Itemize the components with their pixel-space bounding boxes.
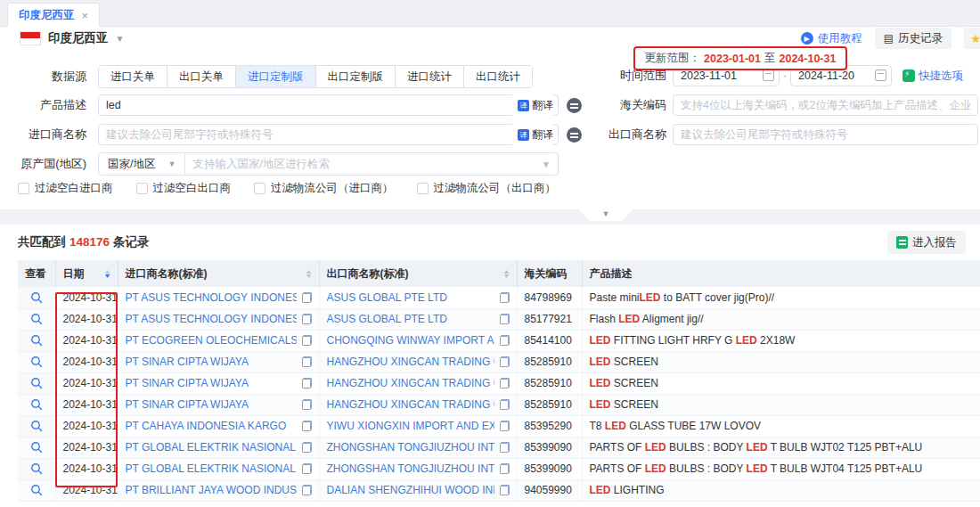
view-detail-button[interactable] xyxy=(18,394,55,415)
column-header[interactable]: 出口商名称(标准)▲▼ xyxy=(319,260,517,287)
collapse-panel-button[interactable]: ▼ xyxy=(579,209,633,221)
view-detail-button[interactable] xyxy=(18,437,55,458)
chevron-down-icon[interactable]: ▼ xyxy=(116,34,125,44)
company-link[interactable]: ASUS GLOBAL PTE LTD xyxy=(327,313,510,325)
column-header[interactable]: 日期▲▼ xyxy=(55,260,118,287)
company-link[interactable]: YIWU XIONGXIN IMPORT AND EXPORT... xyxy=(327,420,510,432)
view-detail-button[interactable] xyxy=(18,372,55,394)
view-detail-button[interactable] xyxy=(18,330,55,351)
copy-icon[interactable] xyxy=(302,378,312,388)
sort-icons[interactable]: ▲▼ xyxy=(503,269,510,278)
copy-icon[interactable] xyxy=(302,335,312,346)
filter-checkbox[interactable]: 过滤物流公司（出口商） xyxy=(417,181,557,196)
country-tab[interactable]: 印度尼西亚 × xyxy=(7,3,100,27)
exporter-input[interactable] xyxy=(673,124,978,145)
copy-icon[interactable] xyxy=(500,399,510,410)
company-link[interactable]: PT SINAR CIPTA WIJAYA xyxy=(126,398,312,411)
data-source-tab[interactable]: 进口定制版 xyxy=(236,66,316,87)
quick-options-icon xyxy=(902,70,915,82)
magnifier-icon xyxy=(30,484,43,496)
copy-icon[interactable] xyxy=(302,442,312,453)
copy-icon[interactable] xyxy=(302,463,312,474)
favorite-button[interactable]: ★ xyxy=(964,28,980,49)
copy-icon[interactable] xyxy=(500,292,510,303)
copy-icon[interactable] xyxy=(500,378,510,388)
copy-icon[interactable] xyxy=(500,463,510,474)
product-desc-cell: T8 LED GLASS TUBE 17W LOVOV xyxy=(582,415,980,437)
view-detail-button[interactable] xyxy=(18,351,55,372)
sort-icons[interactable]: ▲▼ xyxy=(104,269,110,278)
filter-checkbox[interactable]: 过滤空白出口商 xyxy=(136,181,232,196)
company-link[interactable]: HANGZHOU XINGCAN TRADING CO LTD xyxy=(327,398,510,411)
company-link[interactable]: PT GLOBAL ELEKTRIK NASIONAL xyxy=(126,462,312,475)
copy-icon[interactable] xyxy=(302,292,312,303)
filter-checkbox[interactable]: 过滤空白进口商 xyxy=(18,181,113,196)
copy-icon[interactable] xyxy=(500,421,510,431)
company-link[interactable]: DALIAN SHENGZHIHUI WOOD INDUST... xyxy=(327,484,510,496)
view-detail-button[interactable] xyxy=(18,308,55,330)
copy-icon[interactable] xyxy=(302,421,312,431)
translate-button[interactable]: 译 翻译 xyxy=(512,124,553,145)
data-source-tab[interactable]: 进口关单 xyxy=(99,66,167,87)
product-desc-input[interactable] xyxy=(98,94,559,116)
view-detail-button[interactable] xyxy=(18,415,55,437)
company-link[interactable]: PT SINAR CIPTA WIJAYA xyxy=(126,356,312,368)
filter-checkbox[interactable]: 过滤物流公司（进口商） xyxy=(254,181,394,196)
tutorial-link[interactable]: ▶ 使用教程 xyxy=(801,31,862,46)
chevron-down-icon[interactable]: ▼ xyxy=(542,159,558,169)
company-link[interactable]: PT ECOGREEN OLEOCHEMICALS xyxy=(126,334,312,347)
sort-desc-icon[interactable]: ▼ xyxy=(103,274,111,278)
company-link[interactable]: PT BRILLIANT JAYA WOOD INDUSTRY xyxy=(126,484,312,496)
copy-icon[interactable] xyxy=(500,442,510,453)
exporter-cell: CHONGQING WINWAY IMPORT AND E... xyxy=(319,330,517,351)
exclude-filter-icon[interactable] xyxy=(567,98,582,113)
sort-desc-icon[interactable]: ▼ xyxy=(502,274,510,278)
sort-desc-icon[interactable]: ▼ xyxy=(305,274,313,278)
company-link[interactable]: PT CAHAYA INDONESIA KARGO xyxy=(126,420,312,432)
keyword-highlight: LED xyxy=(590,334,611,347)
copy-icon[interactable] xyxy=(500,314,510,324)
quick-options-link[interactable]: 快捷选项 xyxy=(902,69,963,84)
copy-icon[interactable] xyxy=(500,335,510,346)
translate-button[interactable]: 译 翻译 xyxy=(512,94,553,116)
copy-icon[interactable] xyxy=(500,356,510,367)
copy-icon[interactable] xyxy=(302,356,312,367)
close-icon[interactable]: × xyxy=(82,9,89,22)
data-source-tab[interactable]: 出口统计 xyxy=(464,66,532,87)
company-link[interactable]: ZHONGSHAN TONGJIUZHOU INTERNA... xyxy=(327,462,510,475)
company-link[interactable]: CHONGQING WINWAY IMPORT AND E... xyxy=(327,334,510,347)
company-link[interactable]: PT ASUS TECHNOLOGY INDONESIA BA... xyxy=(126,291,312,304)
exclude-filter-icon[interactable] xyxy=(567,127,582,143)
keyword-highlight: LED xyxy=(747,441,768,454)
company-link[interactable]: PT GLOBAL ELEKTRIK NASIONAL xyxy=(126,441,312,454)
view-detail-button[interactable] xyxy=(18,479,55,501)
company-link[interactable]: HANGZHOU XINGCAN TRADING CO LTD xyxy=(327,377,510,389)
company-link[interactable]: HANGZHOU XINGCAN TRADING CO LTD xyxy=(327,356,510,368)
company-link[interactable]: ZHONGSHAN TONGJIUZHOU INTERNA... xyxy=(327,441,510,454)
origin-search-input[interactable] xyxy=(185,158,542,170)
calendar-icon[interactable] xyxy=(763,70,774,81)
copy-icon[interactable] xyxy=(302,314,312,324)
company-link[interactable]: ASUS GLOBAL PTE LTD xyxy=(327,291,510,304)
history-button[interactable]: ▤ 历史记录 xyxy=(875,28,951,49)
copy-icon[interactable] xyxy=(302,399,312,410)
view-detail-button[interactable] xyxy=(18,458,55,479)
company-link[interactable]: PT SINAR CIPTA WIJAYA xyxy=(126,377,312,389)
sort-icons[interactable]: ▲▼ xyxy=(306,269,312,278)
enter-report-button[interactable]: 进入报告 xyxy=(887,231,966,254)
importer-input[interactable] xyxy=(98,124,559,145)
calendar-icon[interactable] xyxy=(875,70,886,81)
company-name: ZHONGSHAN TONGJIUZHOU INTERNA... xyxy=(327,441,494,454)
copy-icon[interactable] xyxy=(500,485,510,495)
data-source-tab[interactable]: 出口关单 xyxy=(167,66,236,87)
data-source-tab[interactable]: 出口定制版 xyxy=(316,66,396,87)
copy-icon[interactable] xyxy=(302,485,312,495)
column-header[interactable]: 进口商名称(标准)▲▼ xyxy=(118,260,319,287)
origin-label: 原产国(地区) xyxy=(0,156,98,172)
origin-select[interactable]: 国家/地区 ▼ xyxy=(99,153,185,175)
table-row: 2024-10-31PT SINAR CIPTA WIJAYAHANGZHOU … xyxy=(18,394,980,415)
company-link[interactable]: PT ASUS TECHNOLOGY INDONESIA BA... xyxy=(126,313,312,325)
data-source-tab[interactable]: 进口统计 xyxy=(396,66,464,87)
view-detail-button[interactable] xyxy=(18,287,55,308)
hs-code-input[interactable] xyxy=(673,94,978,116)
